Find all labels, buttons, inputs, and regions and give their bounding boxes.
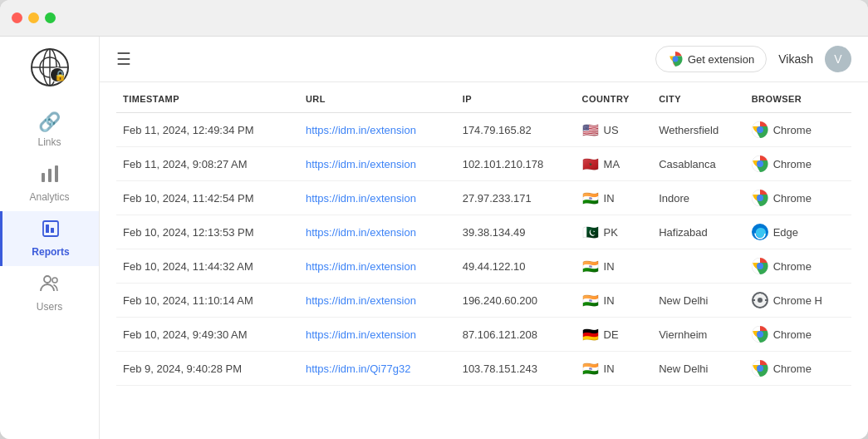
- cell-country: 🇮🇳 IN: [576, 181, 653, 215]
- country-code: PK: [604, 226, 618, 239]
- country-code: MA: [604, 158, 620, 170]
- country-flag: 🇮🇳: [582, 190, 599, 206]
- edge-browser-icon: [752, 224, 768, 240]
- country-flag: 🇲🇦: [582, 156, 599, 172]
- url-link[interactable]: https://idm.in/extension: [306, 158, 416, 170]
- sidebar-item-links[interactable]: 🔗 Links: [0, 103, 99, 156]
- cell-timestamp: Feb 10, 2024, 9:49:30 AM: [116, 318, 299, 352]
- settings-browser-icon: [752, 292, 768, 308]
- app-window: 🔒 🔗 Links Analytics: [0, 0, 868, 439]
- get-extension-button[interactable]: Get extension: [655, 46, 767, 72]
- url-link[interactable]: https://idm.in/extension: [306, 192, 416, 205]
- table-row: Feb 10, 2024, 11:44:32 AM https://idm.in…: [116, 249, 851, 284]
- table-row: Feb 9, 2024, 9:40:28 PM https://idm.in/Q…: [116, 352, 851, 386]
- cell-timestamp: Feb 10, 2024, 11:44:32 AM: [116, 249, 299, 284]
- table-row: Feb 11, 2024, 12:49:34 PM https://idm.in…: [116, 113, 851, 147]
- cell-ip: 174.79.165.82: [456, 113, 576, 147]
- browser-name: Edge: [773, 226, 798, 239]
- cell-browser: Chrome: [745, 113, 851, 147]
- cell-city: Casablanca: [652, 147, 745, 181]
- cell-city: Hafizabad: [652, 215, 745, 249]
- country-flag: 🇮🇳: [582, 259, 599, 274]
- cell-city: [652, 249, 745, 284]
- chrome-browser-icon: [752, 258, 768, 274]
- svg-point-18: [673, 57, 679, 62]
- sidebar-item-analytics[interactable]: Analytics: [0, 156, 99, 211]
- country-code: IN: [604, 294, 615, 307]
- app-logo: 🔒: [29, 47, 71, 88]
- country-flag: 🇮🇳: [582, 293, 599, 308]
- svg-point-31: [757, 263, 763, 269]
- col-ip: IP: [456, 82, 576, 113]
- svg-rect-13: [51, 228, 54, 233]
- svg-point-15: [52, 278, 57, 283]
- col-city: CITY: [652, 82, 745, 113]
- cell-ip: 196.240.60.200: [456, 284, 576, 318]
- cell-timestamp: Feb 11, 2024, 12:49:34 PM: [116, 113, 299, 147]
- traffic-lights: [12, 12, 56, 23]
- cell-city: Viernheim: [652, 318, 745, 352]
- cell-country: 🇮🇳 IN: [576, 284, 653, 318]
- cell-country: 🇮🇳 IN: [576, 352, 653, 386]
- close-button[interactable]: [12, 12, 22, 23]
- cell-city: New Delhi: [652, 352, 745, 386]
- cell-browser: Edge: [745, 215, 851, 249]
- cell-browser: Chrome H: [745, 284, 851, 318]
- chrome-browser-icon: [752, 326, 768, 343]
- country-flag: 🇮🇳: [582, 361, 599, 377]
- chrome-browser-icon: [752, 121, 768, 138]
- col-country: COUNTRY: [576, 82, 653, 113]
- browser-name: Chrome: [773, 192, 812, 205]
- cell-url: https://idm.in/extension: [299, 249, 456, 284]
- svg-rect-12: [46, 224, 49, 233]
- reports-table-container: TIMESTAMP URL IP COUNTRY CITY BROWSER Fe…: [100, 82, 868, 439]
- chrome-icon: [668, 52, 683, 67]
- svg-text:🔒: 🔒: [54, 69, 66, 81]
- get-extension-label: Get extension: [688, 53, 754, 66]
- col-browser: BROWSER: [745, 82, 851, 113]
- cell-browser: Chrome: [745, 147, 851, 181]
- links-icon: 🔗: [38, 111, 61, 133]
- cell-timestamp: Feb 10, 2024, 11:42:54 PM: [116, 181, 299, 215]
- col-url: URL: [299, 82, 456, 113]
- url-link[interactable]: https://idm.in/extension: [306, 328, 416, 341]
- user-avatar: V: [825, 46, 851, 72]
- menu-button[interactable]: ☰: [116, 49, 131, 69]
- sidebar-label-users: Users: [37, 301, 62, 313]
- url-link[interactable]: https://idm.in/Qi77g32: [306, 363, 410, 375]
- cell-country: 🇩🇪 DE: [576, 318, 653, 352]
- sidebar: 🔒 🔗 Links Analytics: [0, 37, 100, 439]
- country-code: IN: [604, 192, 615, 205]
- users-icon: [40, 274, 60, 298]
- cell-ip: 39.38.134.49: [456, 215, 576, 249]
- minimize-button[interactable]: [28, 12, 39, 23]
- country-flag: 🇩🇪: [582, 327, 599, 343]
- svg-rect-9: [48, 169, 51, 182]
- svg-point-27: [757, 195, 763, 201]
- url-link[interactable]: https://idm.in/extension: [306, 124, 416, 136]
- sidebar-item-reports[interactable]: Reports: [0, 211, 99, 266]
- url-link[interactable]: https://idm.in/extension: [306, 226, 416, 239]
- cell-url: https://idm.in/extension: [299, 113, 456, 147]
- sidebar-item-users[interactable]: Users: [0, 266, 99, 321]
- url-link[interactable]: https://idm.in/extension: [306, 260, 416, 273]
- chrome-browser-icon: [752, 360, 768, 377]
- cell-ip: 103.78.151.243: [456, 352, 576, 386]
- cell-url: https://idm.in/extension: [299, 147, 456, 181]
- cell-timestamp: Feb 9, 2024, 9:40:28 PM: [116, 352, 299, 386]
- country-flag: 🇺🇸: [582, 122, 599, 138]
- cell-browser: Chrome: [745, 352, 851, 386]
- cell-timestamp: Feb 10, 2024, 12:13:53 PM: [116, 215, 299, 249]
- cell-browser: Chrome: [745, 249, 851, 284]
- cell-city: New Delhi: [652, 284, 745, 318]
- table-row: Feb 10, 2024, 12:13:53 PM https://idm.in…: [116, 215, 851, 249]
- col-timestamp: TIMESTAMP: [116, 82, 299, 113]
- sidebar-label-analytics: Analytics: [29, 191, 69, 203]
- cell-browser: Chrome: [745, 318, 851, 352]
- cell-timestamp: Feb 10, 2024, 11:10:14 AM: [116, 284, 299, 318]
- cell-country: 🇲🇦 MA: [576, 147, 653, 181]
- table-body: Feb 11, 2024, 12:49:34 PM https://idm.in…: [116, 113, 851, 386]
- url-link[interactable]: https://idm.in/extension: [306, 294, 416, 307]
- svg-rect-10: [55, 165, 58, 182]
- maximize-button[interactable]: [45, 12, 56, 23]
